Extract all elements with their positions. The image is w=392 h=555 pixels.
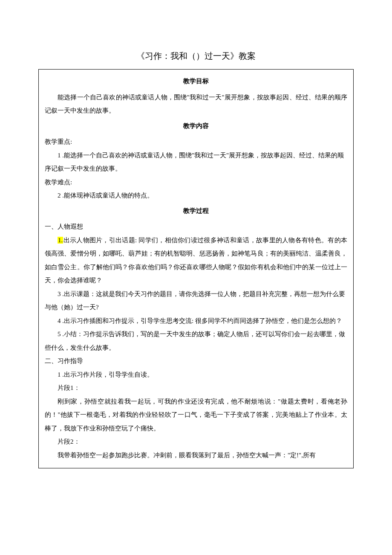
heading-objective: 教学目标 bbox=[45, 75, 347, 88]
objective-text: 能选择一个自己喜欢的神话或童话人物，围绕"我和过一天"展开想象，按故事起因、经过… bbox=[45, 91, 347, 118]
keypoint-item-1: 1 .能选择一个自己喜欢的神话或童话人物，围绕"我和过一天"展开想象，按故事起因… bbox=[45, 149, 347, 176]
section1-item-1-text: 出示人物图片，引出话题: 同学们，相信你们读过很多神话和童话，故事里的人物各有特… bbox=[45, 237, 347, 284]
section1-item-5: 5 .小结：习作提示告诉我们，写的是一天中发生的故事；确定人物后，还可以写你们会… bbox=[45, 328, 347, 355]
heading-content: 教学内容 bbox=[45, 119, 347, 133]
label-difficulty: 教学难点: bbox=[45, 176, 347, 189]
section1-item-1: 1.出示人物图片，引出话题: 同学们，相信你们读过很多神话和童话，故事里的人物各… bbox=[45, 234, 347, 288]
fragment2-text: 我带着孙悟空一起参加跑步比赛。冲刺前，眼看我落到了最后，孙悟空大喊一声："定!"… bbox=[45, 449, 347, 462]
section2-item-1: 1 .出示习作片段，引导学生自读。 bbox=[45, 368, 347, 382]
fragment1-label: 片段1： bbox=[45, 381, 347, 395]
section1-item-3: 3 .出示课题：这就是我们今天习作的题目，请你先选择一位人物，把题目补充完整，再… bbox=[45, 288, 347, 314]
document-title: 《习作：我和（）过一天》教案 bbox=[38, 47, 354, 65]
fragment2-label: 片段2： bbox=[45, 435, 347, 449]
heading-process: 教学过程 bbox=[45, 204, 347, 218]
highlight-marker: 1. bbox=[58, 237, 63, 244]
lesson-plan-box: 教学目标 能选择一个自己喜欢的神话或童话人物，围绕"我和过一天"展开想象，按故事… bbox=[38, 69, 354, 468]
section1-title: 一、人物遐想 bbox=[45, 220, 347, 234]
fragment1-text: 刚到家，孙悟空就拉着我一起玩，可我的作业还没有完成，他不耐烦地说："做题太费时，… bbox=[45, 395, 347, 436]
difficulty-item-2: 2 .能体现神话或童话人物的特点。 bbox=[45, 189, 347, 203]
section1-item-4: 4 .出示习作插图和习作提示，引导学生思考交流: 很多同学不约而同选择了孙悟空，… bbox=[45, 314, 347, 328]
section2-title: 二、习作指导 bbox=[45, 355, 347, 368]
label-keypoint: 教学重点: bbox=[45, 135, 347, 149]
